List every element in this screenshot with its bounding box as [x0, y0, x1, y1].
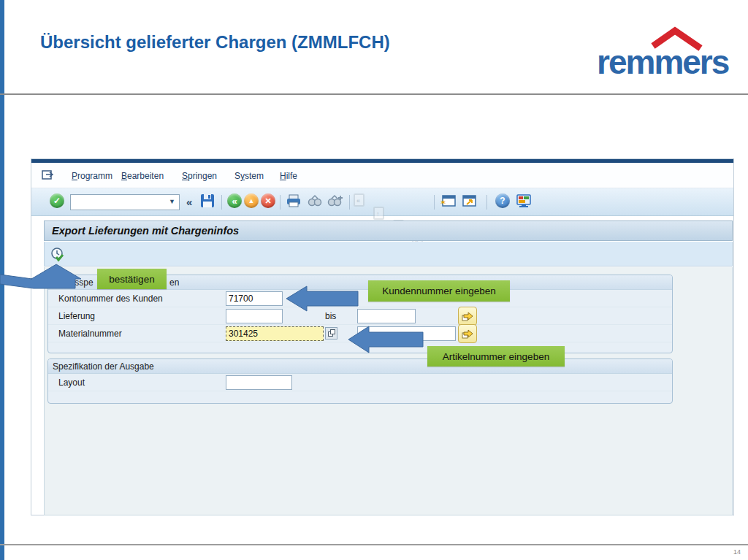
sap-standard-toolbar: ✓ ▼ « « ▲ ✕: [31, 188, 733, 216]
toolbar-separator: [280, 195, 280, 210]
matchcode-icon[interactable]: [325, 327, 337, 340]
help-icon[interactable]: ?: [495, 193, 510, 208]
materialnummer-input[interactable]: [226, 326, 324, 341]
find-next-icon[interactable]: [327, 193, 343, 208]
confirm-arrow-up-icon: [0, 259, 84, 292]
collapse-command-icon[interactable]: «: [186, 196, 192, 208]
toolbar-separator: [349, 195, 350, 210]
menu-item-springen[interactable]: Springen: [182, 171, 217, 181]
kontonummer-label: Kontonummer des Kunden: [58, 294, 163, 304]
previous-page-icon[interactable]: ↑: [373, 207, 384, 220]
article-arrow-left-icon: [347, 325, 424, 354]
menu-item-programm[interactable]: Programm: [72, 171, 112, 181]
remmers-logo: remmers: [595, 22, 727, 84]
print-icon[interactable]: [286, 193, 302, 208]
toolbar-separator: [434, 195, 435, 210]
menu-item-system[interactable]: System: [234, 171, 264, 181]
exit-button[interactable]: ▲: [244, 193, 259, 208]
command-dropdown-icon[interactable]: ▼: [169, 198, 175, 205]
multi-selection-arrow-icon: [462, 311, 473, 321]
output-group-header-text: Spezifikation der Ausgabe: [53, 361, 154, 372]
output-group-box: Spezifikation der Ausgabe Layout: [47, 358, 673, 404]
new-session-icon[interactable]: ✶: [439, 193, 457, 208]
multiple-selection-button[interactable]: [458, 324, 477, 343]
toolbar-separator: [221, 195, 222, 210]
lieferung-bis-input[interactable]: [357, 309, 416, 323]
toolbar-separator: [486, 195, 487, 210]
back-button[interactable]: «: [227, 193, 242, 208]
annotation-customer-number: Kundennummer eingeben: [368, 280, 510, 302]
find-icon[interactable]: [308, 193, 322, 208]
bis-label: bis: [325, 311, 336, 321]
layout-label: Layout: [58, 377, 85, 388]
materialnummer-label: Materialnummer: [58, 329, 122, 339]
page-number: 14: [733, 548, 741, 556]
group-header-text-fragment: en: [169, 277, 179, 288]
sap-application-toolbar: [44, 242, 733, 266]
page-title: Übersicht gelieferter Chargen (ZMMLFCH): [40, 32, 390, 53]
annotation-confirm: bestätigen: [97, 269, 167, 289]
create-shortcut-icon[interactable]: [461, 193, 478, 208]
sap-screen-title: Export Lieferungen mit Chargeninfos: [44, 220, 733, 241]
save-icon[interactable]: [200, 193, 215, 208]
header-divider: [0, 93, 748, 95]
logo-text: remmers: [597, 42, 728, 82]
enter-button[interactable]: ✓: [50, 193, 64, 208]
layout-input[interactable]: [226, 375, 292, 390]
menu-item-bearbeiten[interactable]: Bearbeiten: [121, 171, 164, 181]
first-page-icon[interactable]: «: [354, 193, 365, 207]
customize-layout-icon[interactable]: [516, 193, 532, 209]
command-field-input[interactable]: [70, 194, 180, 210]
field-row-kontonummer: Kontonummer des Kunden: [48, 290, 672, 307]
lieferung-von-input[interactable]: [226, 309, 283, 323]
footer-divider: [0, 544, 748, 545]
field-row-lieferung: Lieferung bis: [48, 307, 672, 325]
svg-text:✶: ✶: [440, 198, 446, 207]
output-group-header: Spezifikation der Ausgabe: [48, 359, 672, 374]
customer-arrow-left-icon: [285, 285, 359, 312]
field-row-layout: Layout: [48, 374, 672, 391]
annotation-article-number: Artikelnummer eingeben: [427, 346, 565, 367]
menu-exit-icon[interactable]: [42, 169, 55, 180]
cancel-button[interactable]: ✕: [261, 193, 275, 208]
menu-item-hilfe[interactable]: Hilfe: [280, 171, 297, 181]
slide: Übersicht gelieferter Chargen (ZMMLFCH) …: [0, 0, 748, 560]
lieferung-label: Lieferung: [58, 311, 95, 321]
multi-selection-arrow-icon: [462, 329, 473, 339]
sap-menu-bar: Programm Bearbeiten Springen System Hilf…: [31, 163, 733, 188]
multiple-selection-button[interactable]: [458, 307, 477, 326]
kontonummer-input[interactable]: [226, 291, 283, 306]
